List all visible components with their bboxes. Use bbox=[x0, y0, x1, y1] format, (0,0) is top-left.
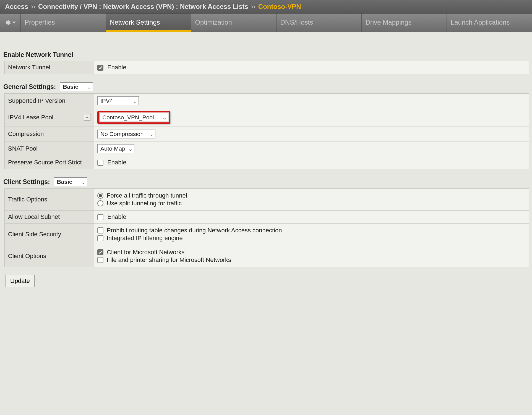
tab-optimization[interactable]: Optimization bbox=[191, 14, 276, 32]
tab-label: Drive Mappings bbox=[366, 19, 412, 26]
traffic-split-label: Use split tunneling for traffic bbox=[107, 200, 182, 207]
chevron-down-icon bbox=[129, 147, 132, 151]
breadcrumb-sep-1: ›› bbox=[31, 3, 35, 10]
client-settings-table: Traffic Options Force all traffic throug… bbox=[4, 188, 529, 267]
allow-local-subnet-label: Enable bbox=[107, 213, 126, 220]
breadcrumb-sep-2: ›› bbox=[251, 3, 255, 10]
file-printer-sharing-label: File and printer sharing for Microsoft N… bbox=[107, 256, 231, 264]
row-traffic-options: Traffic Options Force all traffic throug… bbox=[5, 189, 529, 211]
general-mode-select[interactable]: Basic bbox=[60, 82, 93, 91]
tab-network-settings[interactable]: Network Settings bbox=[106, 14, 191, 32]
row-network-tunnel: Network Tunnel Enable bbox=[5, 61, 529, 74]
ip-filtering-checkbox[interactable] bbox=[97, 235, 103, 241]
prohibit-routing-label: Prohibit routing table changes during Ne… bbox=[107, 227, 282, 234]
network-tunnel-checkbox-label: Enable bbox=[107, 64, 126, 71]
label-client-side-security: Client Side Security bbox=[5, 224, 94, 245]
client-mode-select[interactable]: Basic bbox=[54, 177, 87, 186]
check-icon bbox=[98, 65, 103, 70]
client-ms-networks-checkbox[interactable] bbox=[97, 249, 103, 255]
check-icon bbox=[98, 250, 103, 254]
select-value: Basic bbox=[57, 178, 72, 185]
tab-label: Optimization bbox=[195, 19, 232, 26]
chevron-down-icon bbox=[150, 132, 153, 136]
tab-label: Properties bbox=[25, 19, 55, 26]
select-value: No Compression bbox=[100, 131, 144, 137]
allow-local-subnet-checkbox[interactable] bbox=[97, 214, 103, 220]
label-network-tunnel: Network Tunnel bbox=[5, 61, 94, 74]
select-value: Contoso_VPN_Pool bbox=[102, 114, 154, 121]
add-lease-pool-button[interactable]: + bbox=[84, 114, 90, 121]
gear-menu-button[interactable] bbox=[0, 14, 21, 32]
chevron-down-icon bbox=[133, 99, 137, 103]
row-client-side-security: Client Side Security Prohibit routing ta… bbox=[5, 224, 529, 245]
label-traffic-options: Traffic Options bbox=[5, 189, 94, 211]
select-value: Auto Map bbox=[100, 145, 125, 152]
general-settings-table: Supported IP Version IPV4 IPV4 Lease Poo… bbox=[4, 93, 529, 169]
label-compression: Compression bbox=[5, 127, 94, 141]
prohibit-routing-checkbox[interactable] bbox=[97, 227, 103, 233]
preserve-port-checkbox[interactable] bbox=[97, 160, 103, 166]
section-title-general: General Settings: Basic bbox=[3, 74, 529, 93]
ip-filtering-label: Integrated IP filtering engine bbox=[107, 235, 183, 242]
traffic-split-radio[interactable] bbox=[97, 200, 103, 206]
update-button[interactable]: Update bbox=[6, 275, 35, 287]
breadcrumb: Access ›› Connectivity / VPN : Network A… bbox=[0, 0, 532, 14]
section-title-text: General Settings: bbox=[3, 83, 56, 91]
tab-launch-applications[interactable]: Launch Applications bbox=[447, 14, 532, 32]
snat-pool-select[interactable]: Auto Map bbox=[97, 144, 134, 153]
compression-select[interactable]: No Compression bbox=[97, 130, 155, 138]
section-title-text: Client Settings: bbox=[3, 178, 50, 186]
lease-pool-select[interactable]: Contoso_VPN_Pool bbox=[99, 113, 168, 122]
breadcrumb-path[interactable]: Connectivity / VPN : Network Access (VPN… bbox=[38, 3, 248, 10]
network-tunnel-checkbox[interactable] bbox=[97, 65, 103, 71]
tab-dns-hosts[interactable]: DNS/Hosts bbox=[277, 14, 362, 32]
tab-drive-mappings[interactable]: Drive Mappings bbox=[362, 14, 447, 32]
select-value: Basic bbox=[63, 83, 78, 90]
tab-properties[interactable]: Properties bbox=[21, 14, 106, 32]
row-compression: Compression No Compression bbox=[5, 127, 529, 141]
row-lease-pool: IPV4 Lease Pool + Contoso_VPN_Pool bbox=[5, 108, 529, 127]
client-ms-networks-label: Client for Microsoft Networks bbox=[107, 249, 184, 256]
label-snat-pool: SNAT Pool bbox=[5, 141, 94, 156]
ip-version-select[interactable]: IPV4 bbox=[97, 96, 139, 105]
chevron-down-icon bbox=[87, 85, 91, 89]
gear-icon bbox=[5, 20, 11, 26]
preserve-port-checkbox-label: Enable bbox=[107, 159, 126, 166]
breadcrumb-root[interactable]: Access bbox=[5, 3, 28, 10]
label-ip-version: Supported IP Version bbox=[5, 94, 94, 108]
section-title-client: Client Settings: Basic bbox=[3, 169, 529, 188]
row-ip-version: Supported IP Version IPV4 bbox=[5, 94, 529, 108]
row-preserve-port: Preserve Source Port Strict Enable bbox=[5, 156, 529, 169]
tab-label: Network Settings bbox=[110, 19, 160, 26]
label-lease-pool: IPV4 Lease Pool bbox=[8, 114, 53, 121]
file-printer-sharing-checkbox[interactable] bbox=[97, 257, 103, 263]
tabs-bar: Properties Network Settings Optimization… bbox=[0, 14, 532, 32]
row-snat-pool: SNAT Pool Auto Map bbox=[5, 141, 529, 156]
lease-pool-highlight: Contoso_VPN_Pool bbox=[97, 111, 170, 124]
section-title-enable-tunnel: Enable Network Tunnel bbox=[3, 40, 529, 61]
chevron-down-icon bbox=[81, 180, 85, 184]
label-allow-local-subnet: Allow Local Subnet bbox=[5, 211, 94, 224]
tab-label: Launch Applications bbox=[451, 19, 510, 26]
chevron-down-icon bbox=[163, 115, 166, 119]
label-preserve-port: Preserve Source Port Strict bbox=[5, 156, 94, 169]
label-client-options: Client Options bbox=[5, 245, 94, 267]
breadcrumb-leaf[interactable]: Contoso-VPN bbox=[258, 3, 301, 10]
row-allow-local-subnet: Allow Local Subnet Enable bbox=[5, 211, 529, 224]
traffic-force-all-radio[interactable] bbox=[97, 193, 103, 199]
tab-label: DNS/Hosts bbox=[280, 19, 313, 26]
enable-tunnel-table: Network Tunnel Enable bbox=[4, 61, 529, 74]
row-client-options: Client Options Client for Microsoft Netw… bbox=[5, 245, 529, 267]
select-value: IPV4 bbox=[100, 98, 113, 104]
chevron-down-icon bbox=[12, 22, 16, 24]
traffic-force-all-label: Force all traffic through tunnel bbox=[107, 192, 187, 199]
